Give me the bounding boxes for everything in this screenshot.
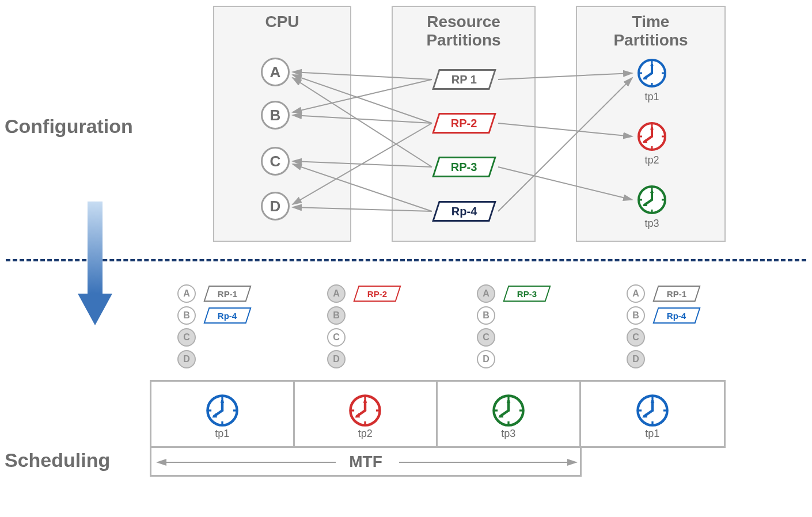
sched-slot-1: A B C D RP-1 Rp-4: [177, 284, 196, 372]
cpu-c: C: [261, 147, 290, 176]
mini-cpu-b: B: [627, 306, 645, 325]
sched-slot-3: A B C D RP-3: [477, 284, 495, 372]
sched-cell-4: tp1: [581, 382, 724, 446]
cpu-a: A: [261, 58, 290, 86]
mini-cpu-d: D: [327, 350, 346, 368]
clock-icon: [635, 393, 670, 428]
clock-icon: [636, 184, 667, 215]
scheduling-label: Scheduling: [5, 449, 110, 472]
rp-3: RP-3: [432, 157, 496, 177]
mini-cpu-a: A: [177, 284, 196, 303]
mini-rp-4b-label: Rp-4: [667, 311, 686, 321]
mini-cpu-b: B: [477, 306, 495, 325]
mini-cpu-d: D: [177, 350, 196, 368]
tp2-clock: [636, 121, 667, 152]
mini-cpu-a: A: [327, 284, 346, 303]
mini-rp-2: RP-2: [353, 286, 401, 302]
schedule-row: tp1 tp2 tp3 tp: [150, 380, 726, 448]
tp1-label: tp1: [635, 91, 669, 103]
svg-marker-41: [78, 294, 112, 325]
mini-cpu-c: C: [177, 328, 196, 347]
down-arrow-icon: [75, 202, 115, 330]
rp-1-label: RP 1: [451, 73, 477, 86]
sched-slot-2: A B C D RP-2: [327, 284, 346, 372]
mini-rp-1: RP-1: [203, 286, 251, 302]
clock-icon: [636, 121, 667, 152]
mini-cpu-b: B: [177, 306, 196, 325]
rp-2-label: RP-2: [451, 117, 477, 130]
mtf-bar: MTF: [150, 448, 582, 477]
configuration-label: Configuration: [5, 115, 133, 138]
sched-cell-3-label: tp3: [501, 428, 515, 440]
mini-cpu-c: C: [627, 328, 645, 347]
mini-rp-4b: Rp-4: [652, 307, 700, 324]
tp3-clock: [636, 184, 667, 215]
rp-4: Rp-4: [432, 201, 496, 222]
mini-rp-1b-label: RP-1: [667, 289, 686, 299]
cpu-d: D: [261, 192, 290, 221]
sched-cell-4-label: tp1: [645, 428, 659, 440]
rp-3-label: RP-3: [451, 161, 477, 174]
mini-rp-1b: RP-1: [652, 286, 700, 302]
mini-cpu-d: D: [477, 350, 495, 368]
sched-cell-1: tp1: [151, 382, 295, 446]
sched-cell-2-label: tp2: [358, 428, 373, 440]
mini-rp-2-label: RP-2: [367, 289, 387, 299]
tp1-clock: [636, 58, 667, 89]
rp-panel-title: Resource Partitions: [393, 7, 534, 50]
mini-rp-3-label: RP-3: [517, 289, 537, 299]
cpu-b: B: [261, 101, 290, 130]
sched-cell-1-label: tp1: [215, 428, 229, 440]
mini-rp-4-label: Rp-4: [218, 311, 237, 321]
mini-cpu-a: A: [477, 284, 495, 303]
mini-rp-1-label: RP-1: [218, 289, 237, 299]
mini-cpu-d: D: [627, 350, 645, 368]
clock-icon: [348, 393, 382, 428]
mini-cpu-c: C: [477, 328, 495, 347]
rp-1: RP 1: [432, 69, 496, 90]
tp2-label: tp2: [635, 154, 669, 166]
tp-panel-title: Time Partitions: [577, 7, 724, 50]
sched-cell-2: tp2: [295, 382, 438, 446]
mini-rp-4: Rp-4: [203, 307, 251, 324]
sched-cell-3: tp3: [438, 382, 581, 446]
mini-cpu-a: A: [627, 284, 645, 303]
mini-cpu-c: C: [327, 328, 346, 347]
mini-rp-3: RP-3: [503, 286, 551, 302]
clock-icon: [491, 393, 526, 428]
rp-4-label: Rp-4: [451, 205, 477, 218]
mini-cpu-b: B: [327, 306, 346, 325]
tp3-label: tp3: [635, 218, 669, 230]
cpu-panel-title: CPU: [214, 7, 350, 31]
divider: [6, 259, 806, 261]
clock-icon: [205, 393, 240, 428]
sched-slot-4: A B C D RP-1 Rp-4: [627, 284, 645, 372]
mtf-arrows: [151, 448, 583, 477]
rp-2: RP-2: [432, 113, 496, 134]
svg-rect-40: [88, 202, 103, 294]
clock-icon: [636, 58, 667, 89]
